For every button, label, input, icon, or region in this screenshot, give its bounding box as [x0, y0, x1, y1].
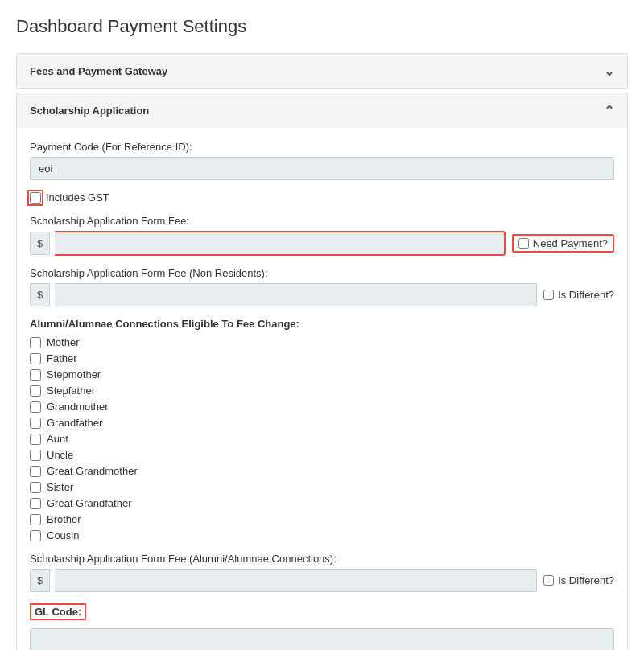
fee-label: Scholarship Application Form Fee:	[30, 215, 614, 227]
includes-gst-label: Includes GST	[46, 191, 109, 204]
checkbox-grandmother[interactable]	[30, 401, 41, 413]
page-title: Dashboard Payment Settings	[16, 16, 628, 37]
fee-non-residents-input-row: $	[30, 283, 537, 306]
gl-code-input[interactable]	[30, 628, 614, 650]
includes-gst-checkbox[interactable]	[30, 192, 41, 204]
scholarship-label: Scholarship Application	[30, 105, 149, 117]
need-payment-checkbox[interactable]	[518, 238, 529, 249]
fee-alumni-input[interactable]	[55, 569, 537, 592]
list-item: Cousin	[30, 529, 614, 541]
checkbox-great-grandmother[interactable]	[30, 466, 41, 477]
checkbox-grandfather[interactable]	[30, 418, 41, 429]
list-item: Grandfather	[30, 417, 614, 429]
connections-label: Alumni/Alumnae Connections Eligible To F…	[30, 318, 614, 330]
list-item: Mother	[30, 336, 614, 348]
list-item: Great Grandmother	[30, 465, 614, 477]
payment-code-group: Payment Code (For Reference ID):	[30, 141, 614, 180]
fee-group: Scholarship Application Form Fee: $ Need…	[30, 215, 614, 256]
is-different2-checkbox[interactable]	[543, 575, 554, 586]
list-item: Aunt	[30, 433, 614, 445]
fee-dollar: $	[30, 232, 50, 255]
fee-alumni-label: Scholarship Application Form Fee (Alumni…	[30, 553, 614, 565]
fees-gateway-chevron: ⌄	[604, 64, 614, 79]
checkbox-mother[interactable]	[30, 337, 41, 348]
fees-gateway-label: Fees and Payment Gateway	[30, 65, 167, 77]
list-item: Stepmother	[30, 368, 614, 381]
fees-gateway-section: Fees and Payment Gateway ⌄	[16, 53, 628, 89]
gl-code-label: GL Code:	[30, 603, 86, 620]
connections-list: Mother Father Stepmother Stepfather Gran…	[30, 336, 614, 541]
fees-gateway-header[interactable]: Fees and Payment Gateway ⌄	[17, 54, 627, 88]
scholarship-header[interactable]: Scholarship Application ⌃	[17, 93, 627, 128]
checkbox-sister[interactable]	[30, 482, 41, 493]
fee-alumni-row: $ Is Different?	[30, 569, 614, 592]
scholarship-section: Scholarship Application ⌃ Payment Code (…	[16, 93, 628, 650]
need-payment-text: Need Payment?	[533, 237, 608, 249]
fee-non-residents-row: $ Is Different?	[30, 283, 614, 306]
list-item: Father	[30, 352, 614, 364]
is-different-checkbox[interactable]	[543, 290, 554, 300]
fee-row: $ Need Payment?	[30, 231, 614, 256]
list-item: Grandmother	[30, 401, 614, 413]
checkbox-father[interactable]	[30, 353, 41, 364]
checkbox-aunt[interactable]	[30, 434, 41, 445]
gl-code-group: GL Code:	[30, 603, 614, 650]
payment-code-input[interactable]	[30, 157, 614, 180]
fee-alumni-group: Scholarship Application Form Fee (Alumni…	[30, 553, 614, 592]
fee-alumni-dollar: $	[30, 569, 50, 592]
need-payment-label[interactable]: Need Payment?	[512, 234, 614, 253]
fee-non-residents-label: Scholarship Application Form Fee (Non Re…	[30, 267, 614, 279]
list-item: Sister	[30, 481, 614, 493]
fee-non-residents-group: Scholarship Application Form Fee (Non Re…	[30, 267, 614, 306]
is-different2-label[interactable]: Is Different?	[543, 574, 614, 586]
checkbox-brother[interactable]	[30, 514, 41, 525]
includes-gst-row: Includes GST	[30, 191, 614, 204]
fee-alumni-input-row: $	[30, 569, 537, 592]
fee-non-residents-dollar: $	[30, 283, 50, 306]
fee-input-row: $	[30, 231, 506, 256]
list-item: Brother	[30, 513, 614, 525]
checkbox-great-grandfather[interactable]	[30, 498, 41, 509]
scholarship-chevron: ⌃	[604, 103, 614, 118]
checkbox-cousin[interactable]	[30, 530, 41, 541]
checkbox-stepfather[interactable]	[30, 385, 41, 397]
fee-input[interactable]	[55, 231, 506, 256]
is-different-text: Is Different?	[558, 289, 614, 301]
list-item: Stepfather	[30, 385, 614, 397]
connections-group: Alumni/Alumnae Connections Eligible To F…	[30, 318, 614, 541]
is-different2-text: Is Different?	[558, 574, 614, 586]
payment-code-label: Payment Code (For Reference ID):	[30, 141, 614, 153]
is-different-label[interactable]: Is Different?	[543, 289, 614, 301]
checkbox-stepmother[interactable]	[30, 369, 41, 381]
list-item: Uncle	[30, 449, 614, 461]
list-item: Great Grandfather	[30, 497, 614, 509]
checkbox-uncle[interactable]	[30, 450, 41, 461]
fee-non-residents-input[interactable]	[55, 283, 537, 306]
scholarship-body: Payment Code (For Reference ID): Include…	[17, 128, 627, 650]
